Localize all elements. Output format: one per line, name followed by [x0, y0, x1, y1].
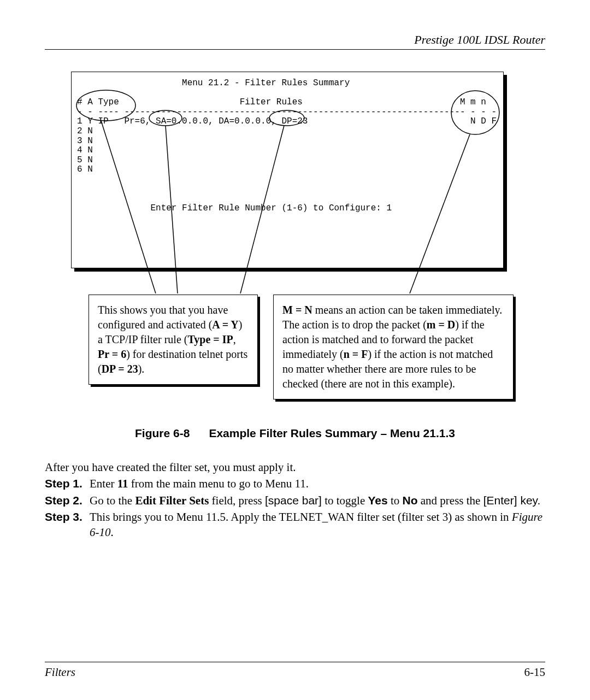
footer-rule — [45, 662, 545, 662]
figure-caption-label: Figure 6-8 — [135, 427, 190, 439]
steps: Step 1. Enter 11 from the main menu to g… — [45, 476, 545, 540]
callout-right-text: M = N — [282, 304, 312, 316]
callout-right: M = N means an action can be taken immed… — [273, 295, 514, 399]
step-3: Step 3. This brings you to Menu 11.5. Ap… — [45, 509, 545, 540]
terminal-row-3: 3 N — [77, 136, 93, 146]
terminal-title: Menu 21.2 - Filter Rules Summary — [77, 78, 350, 88]
step-2-body: Go to the Edit Filter Sets field, press … — [90, 493, 545, 508]
step-2-label: Step 2. — [45, 493, 90, 508]
figure-caption-text: Example Filter Rules Summary – Menu 21.1… — [209, 427, 455, 439]
footer-section: Filters — [45, 666, 75, 679]
terminal-row-4: 4 N — [77, 145, 93, 155]
terminal-columns: # A Type Filter Rules M m n — [77, 97, 486, 107]
step-3-label: Step 3. — [45, 509, 90, 540]
page-number: 6-15 — [524, 666, 546, 679]
figure-area: Menu 21.2 - Filter Rules Summary # A Typ… — [71, 72, 519, 410]
footer: Filters 6-15 — [45, 662, 545, 679]
terminal-sep: - - ---- -------------------------------… — [77, 107, 497, 117]
terminal-row-5: 5 N — [77, 155, 93, 165]
callout-left: This shows you that you have configured … — [88, 295, 258, 385]
running-header: Prestige 100L IDSL Router — [45, 33, 545, 47]
terminal-row-2: 2 N — [77, 126, 93, 136]
figure-caption: Figure 6-8 Example Filter Rules Summary … — [45, 427, 545, 440]
step-1: Step 1. Enter 11 from the main menu to g… — [45, 476, 545, 491]
step-3-body: This brings you to Menu 11.5. Apply the … — [90, 509, 545, 540]
step-2: Step 2. Go to the Edit Filter Sets field… — [45, 493, 545, 508]
intro-text: After you have created the filter set, y… — [45, 460, 545, 475]
step-1-body: Enter 11 from the main menu to go to Men… — [90, 476, 545, 491]
terminal-row-6: 6 N — [77, 164, 93, 174]
page: Prestige 100L IDSL Router Menu 21.2 - Fi… — [0, 0, 590, 700]
step-1-label: Step 1. — [45, 476, 90, 491]
callout-left-text: This shows you that you have configured … — [98, 304, 228, 331]
terminal-row-1: 1 Y IP Pr=6, SA=0.0.0.0, DA=0.0.0.0, DP=… — [77, 116, 497, 126]
terminal-box: Menu 21.2 - Filter Rules Summary # A Typ… — [71, 72, 504, 268]
header-rule — [45, 49, 545, 50]
terminal-prompt: Enter Filter Rule Number (1-6) to Config… — [77, 203, 392, 213]
